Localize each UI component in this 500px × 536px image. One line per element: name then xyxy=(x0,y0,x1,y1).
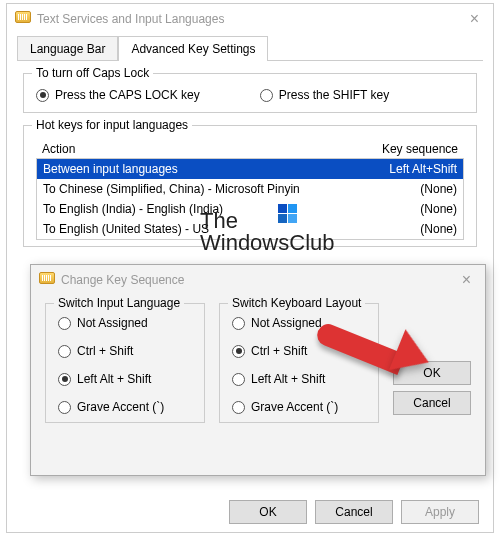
radio-ctrl-shift-2[interactable]: Ctrl + Shift xyxy=(232,344,366,358)
main-content: To turn off Caps Lock Press the CAPS LOC… xyxy=(7,61,493,271)
hotkey-seq: (None) xyxy=(357,222,457,236)
sub-titlebar: Change Key Sequence × xyxy=(31,265,485,295)
hotkeys-header: Action Key sequence xyxy=(36,140,464,158)
radio-label: Press the SHIFT key xyxy=(279,88,389,102)
radio-not-assigned-2[interactable]: Not Assigned xyxy=(232,316,366,330)
keyboard-icon xyxy=(39,272,55,288)
radio-icon xyxy=(232,345,245,358)
group-legend: Switch Keyboard Layout xyxy=(228,296,365,310)
main-titlebar: Text Services and Input Languages × xyxy=(7,4,493,34)
switch-input-language-group: Switch Input Language Not Assigned Ctrl … xyxy=(45,303,205,423)
switch-keyboard-layout-group: Switch Keyboard Layout Not Assigned Ctrl… xyxy=(219,303,379,423)
group-legend: Switch Input Language xyxy=(54,296,184,310)
radio-left-alt-shift-2[interactable]: Left Alt + Shift xyxy=(232,372,366,386)
radio-icon xyxy=(58,373,71,386)
hotkeys-legend: Hot keys for input languages xyxy=(32,118,192,132)
hotkey-seq: (None) xyxy=(357,202,457,216)
radio-label: Press the CAPS LOCK key xyxy=(55,88,200,102)
radio-icon xyxy=(58,401,71,414)
radio-label: Left Alt + Shift xyxy=(77,372,151,386)
capslock-legend: To turn off Caps Lock xyxy=(32,66,153,80)
radio-label: Grave Accent (`) xyxy=(77,400,164,414)
radio-icon xyxy=(260,89,273,102)
hotkeys-groupbox: Hot keys for input languages Action Key … xyxy=(23,125,477,247)
sub-button-col: OK Cancel xyxy=(393,303,471,423)
radio-label: Left Alt + Shift xyxy=(251,372,325,386)
hotkey-action: Between input languages xyxy=(43,162,357,176)
sub-content: Switch Input Language Not Assigned Ctrl … xyxy=(31,295,485,431)
tab-strip: Language Bar Advanced Key Settings xyxy=(7,36,493,61)
radio-label: Grave Accent (`) xyxy=(251,400,338,414)
radio-icon xyxy=(232,317,245,330)
sub-cancel-button[interactable]: Cancel xyxy=(393,391,471,415)
hotkey-row[interactable]: To English (United States) - US (None) xyxy=(37,219,463,239)
close-icon[interactable]: × xyxy=(464,10,485,28)
apply-button: Apply xyxy=(401,500,479,524)
radio-left-alt-shift-1[interactable]: Left Alt + Shift xyxy=(58,372,192,386)
radio-grave-accent-2[interactable]: Grave Accent (`) xyxy=(232,400,366,414)
radio-icon xyxy=(232,373,245,386)
hotkey-seq: Left Alt+Shift xyxy=(357,162,457,176)
radio-icon xyxy=(58,317,71,330)
hotkey-action: To English (United States) - US xyxy=(43,222,357,236)
radio-press-shift[interactable]: Press the SHIFT key xyxy=(260,88,389,102)
main-button-row: OK Cancel Apply xyxy=(229,500,479,524)
sub-ok-button[interactable]: OK xyxy=(393,361,471,385)
capslock-groupbox: To turn off Caps Lock Press the CAPS LOC… xyxy=(23,73,477,113)
radio-icon xyxy=(58,345,71,358)
hotkey-row[interactable]: Between input languages Left Alt+Shift xyxy=(37,159,463,179)
radio-label: Not Assigned xyxy=(251,316,322,330)
col-seq-header: Key sequence xyxy=(358,142,458,156)
hotkeys-list[interactable]: Between input languages Left Alt+Shift T… xyxy=(36,158,464,240)
radio-label: Ctrl + Shift xyxy=(77,344,133,358)
radio-label: Ctrl + Shift xyxy=(251,344,307,358)
main-title: Text Services and Input Languages xyxy=(37,12,464,26)
radio-press-capslock[interactable]: Press the CAPS LOCK key xyxy=(36,88,200,102)
ok-button[interactable]: OK xyxy=(229,500,307,524)
cancel-button[interactable]: Cancel xyxy=(315,500,393,524)
radio-icon xyxy=(232,401,245,414)
hotkey-action: To Chinese (Simplified, China) - Microso… xyxy=(43,182,357,196)
hotkey-seq: (None) xyxy=(357,182,457,196)
radio-ctrl-shift-1[interactable]: Ctrl + Shift xyxy=(58,344,192,358)
hotkey-row[interactable]: To Chinese (Simplified, China) - Microso… xyxy=(37,179,463,199)
col-action-header: Action xyxy=(42,142,358,156)
change-key-sequence-dialog: Change Key Sequence × Switch Input Langu… xyxy=(30,264,486,476)
radio-grave-accent-1[interactable]: Grave Accent (`) xyxy=(58,400,192,414)
close-icon[interactable]: × xyxy=(456,271,477,289)
keyboard-icon xyxy=(15,11,31,27)
tab-advanced-key-settings[interactable]: Advanced Key Settings xyxy=(118,36,268,61)
sub-title: Change Key Sequence xyxy=(61,273,456,287)
tab-language-bar[interactable]: Language Bar xyxy=(17,36,118,61)
hotkey-action: To English (India) - English (India) xyxy=(43,202,357,216)
radio-icon xyxy=(36,89,49,102)
hotkey-row[interactable]: To English (India) - English (India) (No… xyxy=(37,199,463,219)
radio-not-assigned-1[interactable]: Not Assigned xyxy=(58,316,192,330)
radio-label: Not Assigned xyxy=(77,316,148,330)
